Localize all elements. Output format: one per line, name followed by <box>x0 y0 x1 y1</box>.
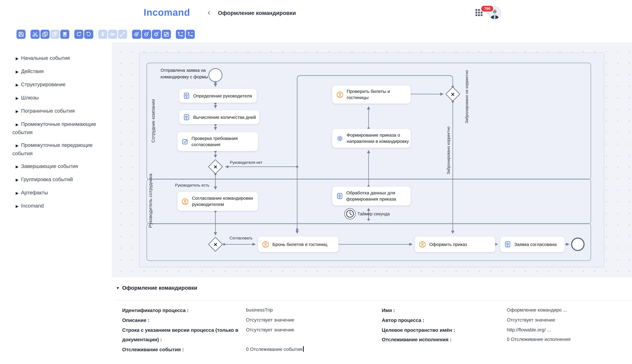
task-determine-manager[interactable]: Определение руководителя <box>179 89 257 103</box>
gateway-x-symbol: ✕ <box>213 164 218 170</box>
chevron-right-icon: ▶ <box>16 121 21 129</box>
undo-button[interactable] <box>74 30 84 39</box>
add-connection-button[interactable] <box>176 30 185 39</box>
paste-button[interactable] <box>50 30 60 39</box>
property-row: Отслеживание исполнения : 0 Отслеживание… <box>382 335 570 344</box>
zoom-in-button[interactable] <box>132 30 141 39</box>
script-task-icon <box>183 114 190 120</box>
property-row: Описание : Отсутствует значение <box>122 316 294 325</box>
task-request-approved[interactable]: Заявка согласована <box>500 236 565 252</box>
property-row: Имя : Оформление командиро ... <box>382 306 567 315</box>
task-calc-days[interactable]: Вычисление количества дней <box>179 110 259 124</box>
chevron-right-icon: ▶ <box>16 202 21 210</box>
script-task-icon <box>183 92 190 99</box>
copy-button[interactable] <box>40 30 50 39</box>
toolbar-separator <box>130 30 130 38</box>
script-task-icon <box>336 193 343 199</box>
header: Incomand ‹ Оформление командировки 790 <box>0 0 632 26</box>
task-check-approval-need[interactable]: Проверка требования согласования <box>178 132 258 151</box>
distribute-vertical-icon <box>100 31 106 37</box>
cut-icon <box>32 31 38 37</box>
task-form-order[interactable]: Формирование приказа о направлении в ком… <box>332 129 411 148</box>
delete-button[interactable] <box>60 30 70 39</box>
copy-icon <box>42 31 48 37</box>
sidebar-item-actions[interactable]: ▶Действия <box>0 68 112 76</box>
redo-icon <box>86 31 92 37</box>
zoom-out-button[interactable] <box>142 30 151 39</box>
collapse-triangle-icon[interactable]: ▼ <box>116 286 120 290</box>
sidebar-item-intermediate-throwing-events[interactable]: ▶Промежуточные передающие события <box>0 142 112 158</box>
zoom-actual-button[interactable] <box>152 30 161 39</box>
property-value[interactable]: Отсутствует значение <box>507 316 555 325</box>
user-task-icon <box>336 91 344 98</box>
add-connection-icon <box>178 31 183 37</box>
task-process-data[interactable]: Обработка данных для формирования приказ… <box>332 186 411 206</box>
divider <box>117 300 632 300</box>
sidebar-item-boundary-events[interactable]: ▶Пограничные события <box>0 107 112 116</box>
sidebar-item-artifacts[interactable]: ▶Артефакты <box>0 189 112 197</box>
property-label: Целевое пространство имён : <box>382 326 507 335</box>
sidebar-item-incomand[interactable]: ▶Incomand <box>0 202 112 210</box>
property-value[interactable]: 0 Отслеживание события <box>246 345 304 354</box>
property-label: Имя : <box>382 306 507 315</box>
property-value[interactable]: Отсутствует значение <box>246 326 294 334</box>
distribute-horizontal-icon <box>110 31 116 37</box>
property-value[interactable]: 0 Отслеживание исполнения <box>507 335 570 344</box>
toolbar-separator <box>174 30 174 38</box>
user-task-icon <box>262 241 269 248</box>
toolbar-separator <box>96 30 96 38</box>
chevron-right-icon: ▶ <box>16 108 21 116</box>
property-row: Отслеживание события : 0 Отслеживание со… <box>122 345 304 354</box>
end-event[interactable] <box>572 238 584 250</box>
task-manager-approval[interactable]: Согласование командировки руководителем <box>178 192 258 211</box>
sidebar-item-end-events[interactable]: ▶Завершающие события <box>0 163 112 171</box>
save-button[interactable] <box>16 30 26 39</box>
toolbar <box>0 26 632 43</box>
toolbar-separator <box>28 30 29 38</box>
chevron-right-icon: ▶ <box>16 81 21 89</box>
property-row: Автор процесса : Отсутствует значение <box>382 316 555 325</box>
app-window: Incomand ‹ Оформление командировки 790 <box>0 0 632 364</box>
remove-connection-icon <box>187 31 193 37</box>
sidebar-item-intermediate-catching-events[interactable]: ▶Промежуточные принимающие события <box>0 120 112 136</box>
task-book-tickets[interactable]: Бронь билетов и гостиниц <box>258 236 338 252</box>
sidebar-item-structuring[interactable]: ▶Структурирование <box>0 81 112 89</box>
app-logo: Incomand <box>144 7 190 18</box>
task-issue-order[interactable]: Оформить приказ <box>415 236 495 252</box>
task-verify-tickets[interactable]: Проверить билеты и гостиницы <box>332 86 411 104</box>
script-task-icon <box>504 241 511 248</box>
zoom-actual-icon <box>154 31 160 37</box>
property-row: Строка с указанием версии процесса (толь… <box>122 326 294 344</box>
fit-screen-button[interactable] <box>162 30 171 39</box>
service-task-icon <box>336 135 344 142</box>
paste-icon <box>52 31 58 37</box>
distribute-horizontal-button[interactable] <box>108 30 117 39</box>
start-event[interactable] <box>209 68 222 82</box>
sidebar-item-start-events[interactable]: ▶Начальные события <box>0 54 112 63</box>
toolbar-separator <box>72 30 72 38</box>
property-value[interactable]: Оформление командиро ... <box>507 306 567 315</box>
back-button[interactable]: ‹ <box>208 8 210 17</box>
resize-button[interactable] <box>118 30 127 39</box>
property-label: Строка с указанием версии процесса (толь… <box>122 326 246 344</box>
remove-connection-button[interactable] <box>186 30 195 39</box>
chevron-right-icon: ▶ <box>16 68 21 76</box>
property-value[interactable]: Отсутствует значение <box>246 316 294 325</box>
property-value[interactable]: http://flowable.org/ ... <box>507 326 551 334</box>
chevron-right-icon: ▶ <box>16 190 21 197</box>
distribute-vertical-button[interactable] <box>98 30 107 39</box>
sidebar-item-gateways[interactable]: ▶Шлюзы <box>0 94 112 102</box>
redo-button[interactable] <box>84 30 93 39</box>
cut-button[interactable] <box>30 30 40 39</box>
sidebar-item-event-grouping[interactable]: ▶Группировка событий <box>0 176 112 184</box>
properties-section-title[interactable]: Оформление командировки <box>122 285 197 291</box>
property-value[interactable]: businessTrip <box>246 306 273 315</box>
timer-event[interactable] <box>345 208 356 219</box>
property-row: Целевое пространство имён : http://flowa… <box>382 326 551 335</box>
notification-badge[interactable]: 790 <box>480 5 494 12</box>
chevron-right-icon: ▶ <box>16 163 21 171</box>
property-row: Идентификатор процесса : businessTrip <box>122 306 273 315</box>
page-title: Оформление командировки <box>218 10 296 16</box>
palette-sidebar: ▶Начальные события ▶Действия ▶Структурир… <box>0 42 112 364</box>
fit-screen-icon <box>164 31 169 37</box>
